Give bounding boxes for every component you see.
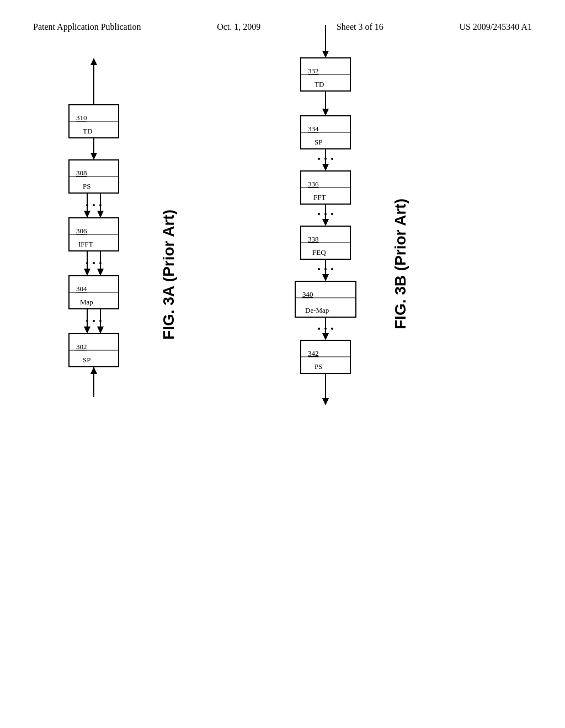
svg-point-28 — [93, 262, 95, 264]
svg-text:308: 308 — [76, 169, 87, 177]
svg-point-16 — [86, 204, 88, 206]
fig3b-label: FIG. 3B (Prior Art) — [392, 199, 409, 329]
fig3a-label: FIG. 3A (Prior Art) — [160, 210, 178, 340]
svg-point-87 — [318, 328, 320, 330]
svg-marker-48 — [322, 51, 329, 58]
svg-text:SP: SP — [315, 138, 322, 146]
svg-marker-90 — [322, 333, 329, 340]
svg-point-40 — [99, 320, 102, 322]
svg-marker-72 — [322, 219, 329, 226]
svg-text:FFT: FFT — [313, 193, 326, 201]
svg-marker-26 — [97, 269, 104, 276]
svg-point-38 — [86, 320, 88, 322]
date-label: Oct. 1, 2009 — [217, 22, 260, 32]
svg-marker-96 — [322, 398, 329, 405]
svg-text:342: 342 — [308, 349, 319, 357]
svg-text:De-Map: De-Map — [305, 306, 329, 314]
svg-text:306: 306 — [76, 227, 87, 235]
svg-point-39 — [93, 320, 95, 322]
svg-text:310: 310 — [76, 114, 87, 122]
diagram-fig3b: 332 TD 334 SP 336 FFT 338 FEQ — [270, 22, 425, 603]
svg-point-29 — [99, 262, 102, 264]
svg-point-18 — [99, 204, 102, 206]
svg-marker-24 — [84, 269, 90, 276]
svg-text:Map: Map — [80, 298, 93, 306]
svg-text:SP: SP — [83, 356, 90, 364]
svg-point-78 — [318, 268, 320, 270]
svg-point-17 — [93, 204, 95, 206]
svg-text:304: 304 — [76, 285, 87, 293]
svg-text:334: 334 — [308, 125, 319, 133]
svg-point-61 — [331, 158, 333, 160]
svg-text:FEQ: FEQ — [312, 248, 326, 256]
svg-text:TD: TD — [315, 80, 324, 88]
svg-text:338: 338 — [308, 235, 319, 243]
svg-text:336: 336 — [308, 180, 319, 188]
svg-marker-13 — [84, 211, 90, 218]
svg-text:302: 302 — [76, 342, 87, 351]
svg-marker-15 — [97, 211, 104, 218]
svg-point-69 — [318, 213, 320, 215]
diagram-fig3a: 310 TD 308 PS 306 IFFT — [39, 55, 193, 554]
publication-label: Patent Application Publication — [33, 22, 141, 32]
svg-marker-54 — [322, 109, 329, 116]
svg-point-27 — [86, 262, 88, 264]
svg-text:332: 332 — [308, 67, 319, 75]
patent-number: US 2009/245340 A1 — [459, 22, 532, 32]
svg-marker-37 — [97, 326, 104, 334]
svg-text:TD: TD — [83, 127, 92, 135]
svg-text:IFFT: IFFT — [78, 240, 93, 248]
svg-point-60 — [318, 158, 320, 160]
svg-marker-63 — [322, 164, 329, 171]
svg-marker-81 — [322, 274, 329, 281]
svg-marker-46 — [90, 367, 97, 374]
svg-point-70 — [331, 213, 333, 215]
svg-text:340: 340 — [302, 290, 313, 298]
svg-marker-1 — [90, 58, 97, 65]
svg-text:PS: PS — [83, 182, 90, 190]
svg-marker-7 — [90, 153, 97, 160]
svg-point-79 — [331, 268, 333, 270]
svg-text:PS: PS — [315, 362, 322, 371]
svg-marker-35 — [84, 326, 90, 334]
svg-point-88 — [331, 328, 333, 330]
